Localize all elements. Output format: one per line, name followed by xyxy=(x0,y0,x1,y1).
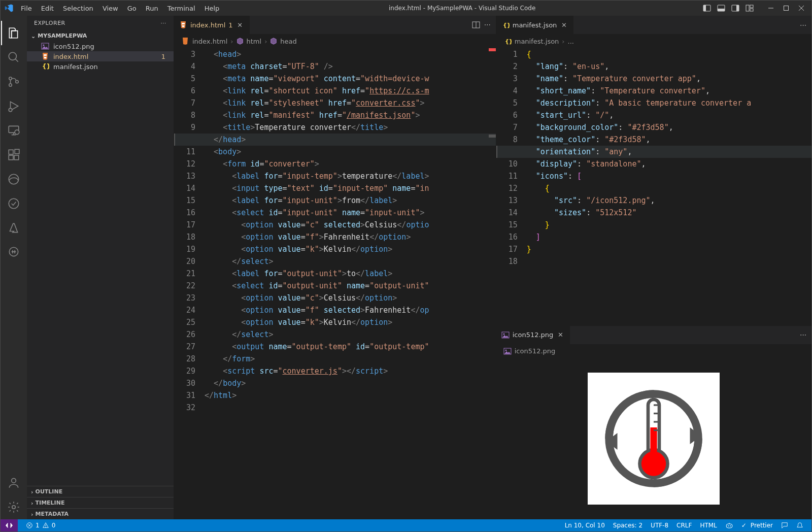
folder-header[interactable]: ⌄ MYSAMPLEPWA xyxy=(27,30,174,41)
svg-point-17 xyxy=(16,80,18,83)
section-timeline[interactable]: › TIMELINE xyxy=(27,497,174,508)
svg-rect-3 xyxy=(718,9,725,11)
menu-file[interactable]: File xyxy=(17,3,36,14)
minimize-button[interactable] xyxy=(765,2,777,14)
problems-indicator[interactable]: 1 0 xyxy=(22,522,59,529)
svg-point-40 xyxy=(505,349,506,351)
svg-rect-45 xyxy=(651,427,657,461)
window-controls xyxy=(765,2,807,14)
tab-label: manifest.json xyxy=(513,21,557,29)
tab-label: index.html xyxy=(190,21,225,29)
split-editor-icon[interactable] xyxy=(472,21,480,29)
svg-point-26 xyxy=(9,198,19,209)
explorer-title: EXPLORER xyxy=(34,20,65,26)
layout-right-icon[interactable] xyxy=(729,2,741,14)
editor-more-icon[interactable]: ⋯ xyxy=(484,21,491,29)
notifications-icon[interactable] xyxy=(792,522,807,529)
chat-icon[interactable] xyxy=(2,240,26,264)
indentation[interactable]: Spaces: 2 xyxy=(609,522,647,529)
svg-text:{}: {} xyxy=(42,63,49,70)
cursor-position[interactable]: Ln 10, Col 10 xyxy=(561,522,609,529)
prettier-status[interactable]: ✓Prettier xyxy=(737,522,777,529)
image-preview[interactable] xyxy=(496,358,811,519)
extensions-icon[interactable] xyxy=(2,143,26,167)
svg-point-16 xyxy=(9,84,12,86)
menu-view[interactable]: View xyxy=(98,3,122,14)
testing-icon[interactable] xyxy=(2,191,26,216)
tab-index-html[interactable]: index.html 1 ✕ xyxy=(174,16,250,34)
code-editor-1[interactable]: 3456789101112131415161718192021222324252… xyxy=(174,48,496,519)
chevron-right-icon: › xyxy=(31,489,33,495)
svg-point-13 xyxy=(9,52,16,60)
accounts-icon[interactable] xyxy=(2,471,26,495)
encoding[interactable]: UTF-8 xyxy=(647,522,672,529)
tab-label: icon512.png xyxy=(513,331,554,339)
search-icon[interactable] xyxy=(2,45,26,70)
eol[interactable]: CRLF xyxy=(672,522,696,529)
image-file-icon xyxy=(503,347,512,355)
title-bar: FileEditSelectionViewGoRunTerminalHelp i… xyxy=(1,1,811,16)
menu-edit[interactable]: Edit xyxy=(37,3,58,14)
menu-bar: FileEditSelectionViewGoRunTerminalHelp xyxy=(17,3,223,14)
layout-left-icon[interactable] xyxy=(701,2,713,14)
edge-tools-icon[interactable] xyxy=(2,167,26,191)
editor-more-icon[interactable]: ⋯ xyxy=(800,331,806,339)
svg-rect-6 xyxy=(746,5,749,11)
menu-go[interactable]: Go xyxy=(123,3,141,14)
svg-point-20 xyxy=(15,130,19,135)
file-index-html[interactable]: index.html1 xyxy=(27,51,174,61)
close-tab-icon[interactable]: ✕ xyxy=(236,21,244,29)
window-title: index.html - MySamplePWA - Visual Studio… xyxy=(223,5,701,12)
editor-more-icon[interactable]: ⋯ xyxy=(800,21,806,29)
layout-custom-icon[interactable] xyxy=(743,2,756,14)
chevron-right-icon: › xyxy=(562,38,564,45)
svg-point-29 xyxy=(12,506,16,509)
breadcrumb-1[interactable]: index.html › html › head xyxy=(174,34,496,48)
html-file-icon xyxy=(181,37,189,45)
breadcrumb-3[interactable]: icon512.png xyxy=(496,344,811,358)
svg-point-54 xyxy=(45,527,46,527)
file-icon512-png[interactable]: icon512.png xyxy=(27,41,174,51)
menu-terminal[interactable]: Terminal xyxy=(163,3,199,14)
svg-rect-23 xyxy=(14,155,19,160)
section-outline[interactable]: › OUTLINE xyxy=(27,486,174,497)
tab-icon512[interactable]: icon512.png ✕ xyxy=(496,326,570,344)
status-bar: 1 0 Ln 10, Col 10 Spaces: 2 UTF-8 CRLF H… xyxy=(1,519,811,531)
copilot-status-icon[interactable] xyxy=(721,521,737,529)
json-file-icon: {} xyxy=(501,21,510,29)
section-metadata[interactable]: › METADATA xyxy=(27,508,174,519)
svg-text:{}: {} xyxy=(505,38,512,45)
menu-help[interactable]: Help xyxy=(200,3,224,14)
error-icon xyxy=(26,522,33,529)
tab-manifest-json[interactable]: {} manifest.json ✕ xyxy=(496,16,574,34)
tab-bar-3: icon512.png ✕ ⋯ xyxy=(496,326,811,344)
svg-rect-1 xyxy=(703,5,706,11)
explorer-more-icon[interactable]: ⋯ xyxy=(161,20,167,26)
close-tab-icon[interactable]: ✕ xyxy=(560,21,568,29)
remote-explorer-icon[interactable] xyxy=(2,118,26,143)
menu-run[interactable]: Run xyxy=(142,3,162,14)
file-manifest-json[interactable]: {}manifest.json xyxy=(27,61,174,72)
remote-indicator[interactable] xyxy=(1,519,18,531)
activity-bar xyxy=(1,16,27,519)
azure-icon[interactable] xyxy=(2,216,26,240)
breadcrumb-2[interactable]: {} manifest.json › ... xyxy=(496,34,811,48)
svg-point-56 xyxy=(728,525,729,526)
svg-line-14 xyxy=(15,59,18,61)
settings-gear-icon[interactable] xyxy=(2,495,26,519)
symbol-field-icon xyxy=(270,38,277,45)
chevron-right-icon: › xyxy=(230,38,233,45)
image-file-icon xyxy=(501,331,510,339)
maximize-button[interactable] xyxy=(780,2,792,14)
layout-bottom-icon[interactable] xyxy=(715,2,727,14)
source-control-icon[interactable] xyxy=(2,70,26,94)
run-debug-icon[interactable] xyxy=(2,94,26,118)
menu-selection[interactable]: Selection xyxy=(59,3,97,14)
language-mode[interactable]: HTML xyxy=(696,522,721,529)
feedback-icon[interactable] xyxy=(777,522,792,529)
explorer-icon[interactable] xyxy=(1,21,25,45)
code-editor-2[interactable]: 123456789101112131415161718 { "lang": "e… xyxy=(496,48,811,325)
close-button[interactable] xyxy=(795,2,807,14)
svg-rect-24 xyxy=(15,149,19,154)
close-tab-icon[interactable]: ✕ xyxy=(556,331,564,339)
